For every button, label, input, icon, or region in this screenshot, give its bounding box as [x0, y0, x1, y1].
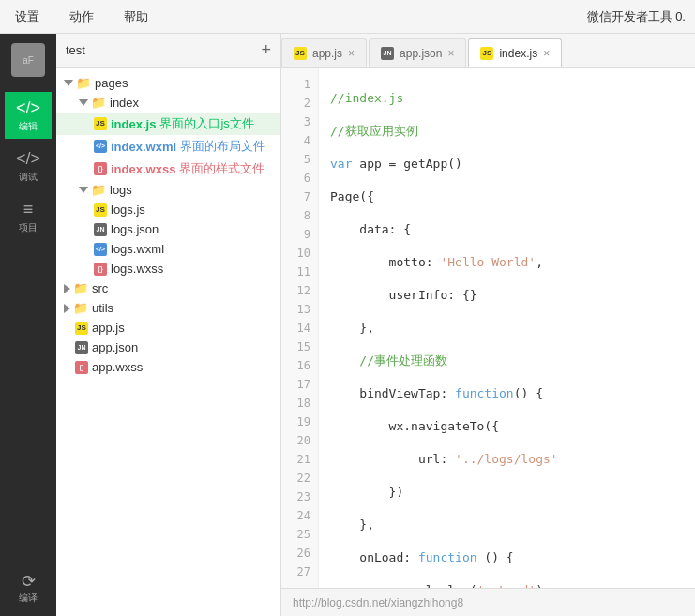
- menu-actions[interactable]: 动作: [64, 5, 99, 29]
- menu-right-title: 微信开发者工具 0.: [587, 8, 686, 25]
- tab-index-js[interactable]: JS index.js ×: [468, 38, 562, 67]
- sidebar-compile[interactable]: ⟳ 编译: [5, 569, 52, 607]
- app-json-label: app.json: [92, 340, 138, 354]
- code-line: data: {: [330, 220, 684, 239]
- tree-item-logs-wxml[interactable]: </> logs.wxml: [56, 239, 280, 259]
- pages-label: pages: [95, 76, 128, 90]
- tree-item-utils[interactable]: 📁 utils: [56, 298, 280, 318]
- code-line: }): [330, 483, 684, 502]
- tree-item-logs-js[interactable]: JS logs.js: [56, 200, 280, 219]
- utils-expand-icon: [64, 304, 70, 313]
- tree-item-pages[interactable]: 📁 pages: [56, 73, 280, 93]
- code-footer: http://blog.csdn.net/xiangzhihong8: [281, 588, 695, 616]
- code-line: wx.navigateTo({: [330, 417, 684, 436]
- file-tree-panel: test + 📁 pages 📁 index JS inde: [56, 34, 281, 616]
- menu-left: 设置 动作 帮助: [9, 5, 154, 29]
- main-area: aF </> 编辑 </> 调试 ≡ 项目 ⟳ 编译 test +: [0, 34, 695, 616]
- app-json-icon: JN: [75, 341, 88, 354]
- tree-item-index[interactable]: 📁 index: [56, 93, 280, 113]
- code-content[interactable]: 12345 678910 1112131415 1617181920 21222…: [281, 68, 695, 588]
- tab-index-js-label: index.js: [499, 47, 537, 60]
- debug-icon: </>: [16, 149, 40, 169]
- tree-item-index-wxml[interactable]: </> index.wxml 界面的布局文件: [56, 135, 280, 158]
- code-line: bindViewTap: function() {: [330, 384, 684, 403]
- menu-bar: 设置 动作 帮助 微信开发者工具 0.: [0, 0, 695, 34]
- src-label: src: [92, 281, 108, 295]
- tab-index-js-close[interactable]: ×: [543, 47, 550, 60]
- app-wxss-label: app.wxss: [92, 360, 143, 374]
- code-line: console.log('onLoad'): [330, 581, 684, 588]
- index-label: index: [110, 96, 139, 110]
- code-editor: JS app.js × JN app.json × JS index.js × …: [281, 34, 695, 616]
- compile-label: 编译: [19, 592, 38, 605]
- logs-wxss-label: logs.wxss: [111, 262, 163, 276]
- index-wxss-label: index.wxss: [111, 162, 175, 176]
- logs-folder-icon: 📁: [91, 183, 106, 197]
- menu-settings[interactable]: 设置: [9, 5, 45, 29]
- sidebar-bottom: ⟳ 编译: [5, 569, 52, 607]
- logs-js-label: logs.js: [111, 203, 145, 217]
- tree-item-logs[interactable]: 📁 logs: [56, 180, 280, 200]
- footer-url: http://blog.csdn.net/xiangzhihong8: [293, 596, 463, 609]
- code-line: var app = getApp(): [330, 155, 684, 173]
- tab-app-js-close[interactable]: ×: [348, 47, 355, 60]
- tree-item-logs-json[interactable]: JN logs.json: [56, 219, 280, 239]
- logs-json-icon: JN: [94, 223, 107, 236]
- src-folder-icon: 📁: [73, 281, 88, 295]
- index-wxml-icon: </>: [94, 140, 107, 153]
- tree-item-app-json[interactable]: JN app.json: [56, 338, 280, 357]
- app-js-icon: JS: [75, 322, 88, 335]
- app-js-label: app.js: [92, 321, 125, 335]
- logs-wxss-icon: {}: [94, 263, 107, 276]
- tree-item-app-js[interactable]: JS app.js: [56, 318, 280, 338]
- sidebar-editor-label: 编辑: [19, 120, 38, 133]
- index-js-icon: JS: [94, 117, 107, 130]
- file-tree-content: 📁 pages 📁 index JS index.js 界面的入口js文件 </: [56, 68, 280, 616]
- index-js-label: index.js: [111, 117, 156, 131]
- add-file-button[interactable]: +: [261, 40, 271, 60]
- sidebar-item-debug[interactable]: </> 调试: [5, 143, 52, 189]
- tree-item-app-wxss[interactable]: {} app.wxss: [56, 357, 280, 377]
- index-wxml-desc: 界面的布局文件: [180, 138, 265, 155]
- tab-app-json-close[interactable]: ×: [447, 47, 454, 60]
- index-js-desc: 界面的入口js文件: [159, 115, 253, 132]
- index-wxml-label: index.wxml: [111, 140, 176, 154]
- tree-item-index-js[interactable]: JS index.js 界面的入口js文件: [56, 113, 280, 135]
- logs-wxml-icon: </>: [94, 243, 107, 256]
- tabs-bar: JS app.js × JN app.json × JS index.js ×: [281, 34, 695, 68]
- sidebar-item-project[interactable]: ≡ 项目: [5, 193, 52, 240]
- index-expand-icon: [79, 99, 88, 106]
- logs-label: logs: [110, 183, 132, 197]
- code-line: //事件处理函数: [330, 352, 684, 370]
- code-line: //获取应用实例: [330, 122, 684, 141]
- tree-item-src[interactable]: 📁 src: [56, 278, 280, 298]
- sidebar-item-editor[interactable]: </> 编辑: [5, 92, 52, 139]
- line-numbers: 12345 678910 1112131415 1617181920 21222…: [281, 68, 319, 588]
- avatar-text: aF: [23, 55, 34, 66]
- tab-index-js-icon: JS: [480, 47, 493, 60]
- tree-item-logs-wxss[interactable]: {} logs.wxss: [56, 259, 280, 278]
- sidebar: aF </> 编辑 </> 调试 ≡ 项目 ⟳ 编译: [0, 34, 56, 616]
- pages-expand-icon: [64, 80, 73, 86]
- project-title: test: [66, 43, 85, 57]
- utils-label: utils: [92, 301, 113, 315]
- code-line: onLoad: function () {: [330, 548, 684, 567]
- code-area[interactable]: //index.js //获取应用实例 var app = getApp() P…: [319, 68, 695, 588]
- tab-app-js[interactable]: JS app.js ×: [281, 38, 367, 67]
- tab-app-json-label: app.json: [400, 47, 442, 60]
- index-wxss-desc: 界面的样式文件: [179, 160, 264, 177]
- logs-wxml-label: logs.wxml: [111, 242, 164, 256]
- logs-js-icon: JS: [94, 203, 107, 217]
- avatar[interactable]: aF: [11, 43, 45, 77]
- sidebar-project-label: 项目: [19, 221, 38, 234]
- tab-app-js-label: app.js: [312, 47, 342, 60]
- editor-icon: </>: [16, 98, 40, 118]
- code-line: Page({: [330, 188, 684, 206]
- project-icon: ≡: [23, 200, 34, 219]
- src-expand-icon: [64, 284, 70, 293]
- utils-folder-icon: 📁: [73, 301, 88, 315]
- index-wxss-icon: {}: [94, 162, 107, 175]
- menu-help[interactable]: 帮助: [118, 5, 154, 29]
- tree-item-index-wxss[interactable]: {} index.wxss 界面的样式文件: [56, 158, 280, 180]
- tab-app-json[interactable]: JN app.json ×: [369, 38, 466, 67]
